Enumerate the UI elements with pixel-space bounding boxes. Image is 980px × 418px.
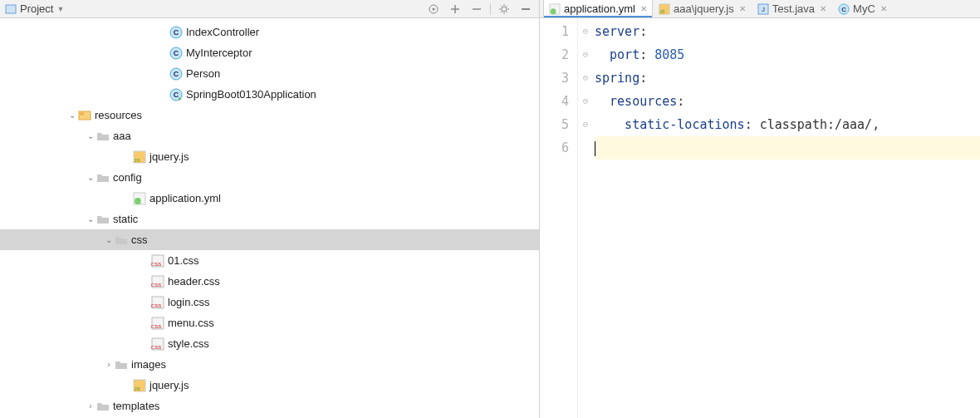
editor-tab[interactable]: CMyC✕	[832, 0, 893, 17]
tree-item[interactable]: CMyInterceptor	[0, 42, 539, 63]
fold-toggle-icon[interactable]: ⊖	[578, 20, 593, 43]
chevron-right-icon[interactable]: ›	[85, 401, 96, 411]
css-icon: CSS	[151, 317, 164, 330]
yml-icon	[549, 3, 561, 15]
close-icon[interactable]: ✕	[880, 4, 887, 13]
project-icon	[5, 3, 17, 15]
project-view-selector[interactable]: Project ▼	[5, 2, 64, 15]
tree-item-label: IndexController	[186, 26, 259, 38]
tree-item[interactable]: CSS01.css	[0, 250, 539, 271]
tree-item[interactable]: CSSstyle.css	[0, 333, 539, 354]
tree-item-label: jquery.js	[149, 150, 189, 163]
text-caret	[595, 141, 595, 156]
fold-gutter[interactable]: ⊖⊖⊖⊖⊖	[578, 18, 593, 418]
chevron-right-icon[interactable]: ›	[103, 360, 115, 369]
code-line[interactable]: server:	[595, 20, 980, 43]
svg-text:CSS: CSS	[151, 345, 161, 350]
tree-item-label: static	[113, 213, 138, 225]
fold-toggle-icon[interactable]: ⊖	[578, 43, 593, 66]
tree-item[interactable]: CSSmenu.css	[0, 312, 539, 333]
svg-point-3	[502, 7, 507, 12]
svg-rect-0	[6, 5, 16, 13]
line-number: 6	[540, 136, 569, 160]
tree-item[interactable]: ⌄resources	[0, 105, 539, 125]
hide-icon[interactable]	[517, 1, 534, 17]
chevron-down-icon[interactable]: ⌄	[66, 111, 78, 120]
tree-item[interactable]: JSjquery.js	[0, 375, 539, 396]
fold-toggle-icon[interactable]: ⊖	[578, 113, 593, 136]
svg-rect-14	[81, 113, 83, 115]
close-icon[interactable]: ✕	[739, 4, 746, 13]
class-icon: C	[169, 67, 183, 81]
tree-item[interactable]: CPerson	[0, 63, 539, 84]
folder-icon	[115, 358, 128, 371]
line-number-gutter: 123456	[540, 18, 578, 418]
tree-item-label: application.yml	[149, 192, 221, 204]
chevron-down-icon[interactable]: ⌄	[103, 235, 115, 244]
line-number: 5	[540, 113, 569, 136]
code-line[interactable]: static-locations: classpath:/aaa/,	[595, 113, 980, 136]
css-icon: CSS	[151, 296, 164, 309]
expand-all-icon[interactable]	[447, 1, 463, 17]
code-line[interactable]: port: 8085	[595, 43, 980, 66]
code-editor[interactable]: 123456 ⊖⊖⊖⊖⊖ server: port: 8085spring: r…	[540, 18, 980, 418]
css-icon: CSS	[151, 337, 164, 351]
tree-item-label: header.css	[168, 275, 220, 288]
project-tree[interactable]: CIndexControllerCMyInterceptorCPersonCSp…	[0, 18, 539, 418]
class-icon: C	[838, 3, 850, 15]
tab-label: aaa\jquery.js	[674, 2, 734, 15]
close-icon[interactable]: ✕	[640, 4, 647, 13]
line-number: 3	[540, 66, 569, 90]
js-icon: JS	[659, 3, 670, 15]
svg-point-2	[433, 7, 435, 10]
tree-item-label: resources	[95, 109, 142, 121]
code-content[interactable]: server: port: 8085spring: resources: sta…	[593, 18, 980, 418]
editor-tab[interactable]: application.yml✕	[543, 0, 653, 17]
line-number: 4	[540, 90, 569, 113]
tree-item[interactable]: application.yml	[0, 188, 539, 209]
svg-text:CSS: CSS	[151, 324, 161, 329]
css-icon: CSS	[151, 254, 164, 268]
tree-item[interactable]: ⌄css	[0, 229, 539, 250]
mainclass-icon: C	[169, 88, 183, 101]
svg-text:C: C	[174, 28, 179, 37]
code-line[interactable]: spring:	[595, 66, 980, 90]
project-label: Project	[20, 2, 53, 15]
tree-item[interactable]: ›templates	[0, 396, 539, 416]
chevron-down-icon[interactable]: ⌄	[85, 131, 96, 140]
svg-text:JS: JS	[134, 158, 140, 163]
fold-toggle-icon[interactable]: ⊖	[578, 66, 593, 90]
tree-item-label: aaa	[113, 130, 131, 142]
code-line[interactable]	[595, 136, 980, 160]
folder-icon	[96, 213, 110, 226]
fold-toggle-icon[interactable]: ⊖	[578, 90, 593, 113]
svg-text:CSS: CSS	[151, 262, 161, 267]
tree-item-label: jquery.js	[149, 379, 189, 391]
code-line[interactable]: resources:	[595, 90, 980, 113]
folder-icon	[96, 130, 110, 143]
css-icon: CSS	[151, 275, 164, 288]
tree-item-label: css	[131, 234, 148, 246]
chevron-down-icon[interactable]: ⌄	[85, 173, 96, 182]
tree-item[interactable]: ⌄static	[0, 209, 539, 229]
java-icon: J	[757, 3, 769, 15]
locate-icon[interactable]	[425, 1, 442, 17]
editor-tab[interactable]: JSaaa\jquery.js✕	[653, 0, 752, 17]
js-icon: JS	[133, 150, 146, 164]
chevron-down-icon[interactable]: ⌄	[85, 214, 96, 224]
tree-item[interactable]: ⌄aaa	[0, 125, 539, 146]
gear-icon[interactable]	[496, 1, 512, 17]
tree-item[interactable]: CSSheader.css	[0, 271, 539, 292]
collapse-all-icon[interactable]	[468, 1, 485, 17]
close-icon[interactable]: ✕	[820, 4, 826, 13]
tree-item[interactable]: ›images	[0, 354, 539, 375]
tree-item[interactable]: CSSlogin.css	[0, 292, 539, 312]
tree-item[interactable]: CIndexController	[0, 22, 539, 42]
tree-item[interactable]: JSjquery.js	[0, 146, 539, 167]
tree-item-label: SpringBoot0130Application	[186, 88, 316, 101]
class-icon: C	[169, 26, 183, 39]
tree-item-label: Person	[186, 67, 220, 80]
editor-tab[interactable]: JTest.java✕	[752, 0, 832, 17]
tree-item[interactable]: ⌄config	[0, 167, 539, 188]
tree-item[interactable]: CSpringBoot0130Application	[0, 84, 539, 105]
